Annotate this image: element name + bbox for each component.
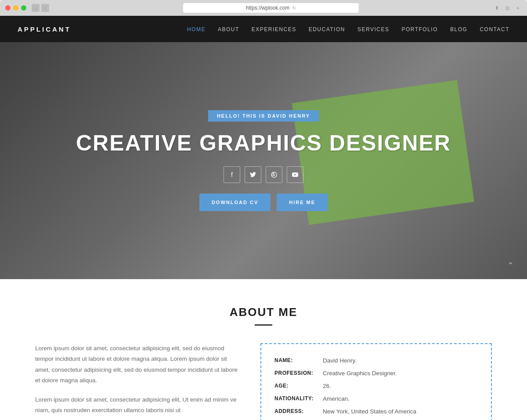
hero-content: HELLO! THIS IS DAVID HENRY CREATIVE GRAP… [76, 110, 451, 211]
minimize-button[interactable] [13, 5, 18, 11]
section-divider [255, 324, 272, 326]
share-icon[interactable]: ⬆ [493, 4, 501, 12]
download-cv-button[interactable]: DOWNLOAD CV [199, 194, 271, 211]
twitter-icon[interactable] [245, 166, 261, 183]
info-profession-row: PROFESSION: Creative Graphics Designer. [274, 370, 478, 377]
info-age-row: AGE: 26. [274, 383, 478, 389]
about-content: Lorem ipsum dolor sit amet, consectetur … [35, 343, 492, 420]
about-section: ABOUT ME Lorem ipsum dolor sit amet, con… [0, 279, 527, 420]
nav-links-list: HOME ABOUT EXPERIENCES EDUCATION SERVICE… [187, 25, 509, 33]
about-info-card: NAME: David Henry. PROFESSION: Creative … [260, 343, 492, 420]
add-tab-icon[interactable]: + [514, 4, 522, 12]
maximize-button[interactable] [21, 5, 26, 11]
address-bar[interactable]: https://wplook.com ↻ [183, 3, 359, 13]
browser-nav-buttons: ‹ › [32, 4, 49, 12]
info-profession-label: PROFESSION: [274, 370, 323, 376]
info-address-row: ADDRESS: New York, United States of Amer… [274, 408, 478, 415]
nav-experiences[interactable]: EXPERIENCES [252, 26, 296, 32]
info-name-row: NAME: David Henry. [274, 357, 478, 364]
info-age-label: AGE: [274, 383, 323, 389]
info-name-value: David Henry. [323, 357, 357, 364]
browser-control-buttons [5, 5, 26, 11]
site-navigation: APPLICANT HOME ABOUT EXPERIENCES EDUCATI… [0, 16, 527, 42]
hero-section: HELLO! THIS IS DAVID HENRY CREATIVE GRAP… [0, 42, 527, 279]
info-nationality-value: American. [323, 395, 350, 402]
facebook-icon[interactable]: f [224, 166, 240, 183]
close-button[interactable] [5, 5, 11, 11]
website-content: APPLICANT HOME ABOUT EXPERIENCES EDUCATI… [0, 16, 527, 420]
nav-services[interactable]: SERVICES [357, 26, 389, 32]
info-name-label: NAME: [274, 357, 323, 363]
hire-me-button[interactable]: HIRE ME [277, 194, 328, 211]
nav-blog[interactable]: BLOG [450, 26, 467, 32]
hero-social-icons: f [224, 166, 303, 183]
hero-title: CREATIVE GRAPHICS DESIGNER [76, 130, 451, 156]
dribbble-icon[interactable] [266, 166, 282, 183]
info-age-value: 26. [323, 383, 331, 389]
info-nationality-label: NATIONALITY: [274, 395, 323, 402]
nav-about[interactable]: ABOUT [218, 26, 239, 32]
browser-action-buttons: ⬆ ⊡ + [493, 4, 522, 12]
info-address-value: New York, United States of America [323, 408, 416, 415]
about-section-title: ABOUT ME [35, 305, 492, 319]
hero-buttons: DOWNLOAD CV HIRE ME [199, 194, 328, 211]
refresh-icon[interactable]: ↻ [292, 5, 296, 11]
site-logo: APPLICANT [18, 25, 71, 33]
info-nationality-row: NATIONALITY: American. [274, 395, 478, 402]
about-text-block: Lorem ipsum dolor sit amet, consectetur … [35, 343, 238, 420]
about-paragraph-1: Lorem ipsum dolor sit amet, consectetur … [35, 343, 238, 386]
browser-titlebar: ‹ › https://wplook.com ↻ ⬆ ⊡ + [0, 0, 527, 16]
sidebar-icon[interactable]: ⊡ [503, 4, 511, 12]
info-address-label: ADDRESS: [274, 408, 323, 414]
info-profession-value: Creative Graphics Designer. [323, 370, 397, 377]
forward-button[interactable]: › [41, 4, 49, 12]
url-text: https://wplook.com [246, 5, 289, 11]
scroll-to-top-button[interactable]: ⌃ [507, 261, 514, 270]
youtube-icon[interactable] [287, 166, 303, 183]
browser-window: ‹ › https://wplook.com ↻ ⬆ ⊡ + APPLICANT… [0, 0, 527, 420]
nav-portfolio[interactable]: PORTFOLIO [401, 26, 438, 32]
nav-education[interactable]: EDUCATION [309, 26, 345, 32]
nav-contact[interactable]: CONTACT [480, 26, 509, 32]
nav-home[interactable]: HOME [187, 26, 206, 32]
hero-tagline: HELLO! THIS IS DAVID HENRY [208, 110, 319, 122]
about-paragraph-2: Lorem ipsum dolor sit amet, consectetur … [35, 395, 238, 416]
back-button[interactable]: ‹ [32, 4, 40, 12]
